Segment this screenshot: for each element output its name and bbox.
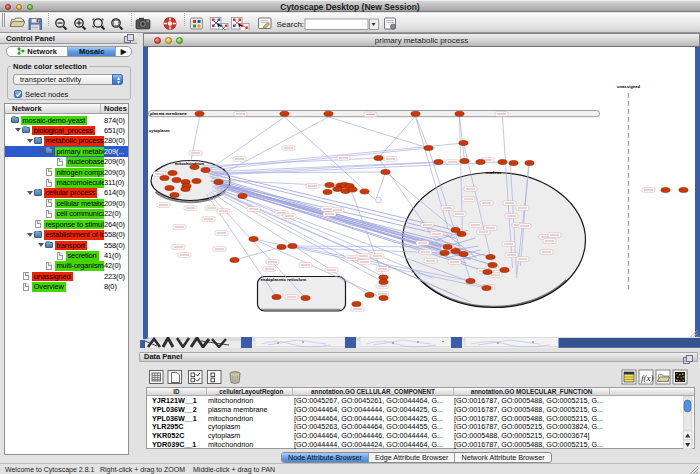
svg-text:Search:: Search: — [277, 20, 305, 29]
svg-text:f(x): f(x) — [641, 373, 654, 383]
svg-text:endoplasmic reticulum: endoplasmic reticulum — [260, 277, 306, 282]
svg-text:plasma membrane: plasma membrane — [150, 111, 187, 116]
svg-text:unassigned: unassigned — [616, 84, 640, 89]
svg-text:cytoplasm: cytoplasm — [149, 128, 170, 133]
svg-text:mitochondrion: mitochondrion — [174, 161, 204, 166]
svg-text:nucleus: nucleus — [485, 170, 501, 175]
